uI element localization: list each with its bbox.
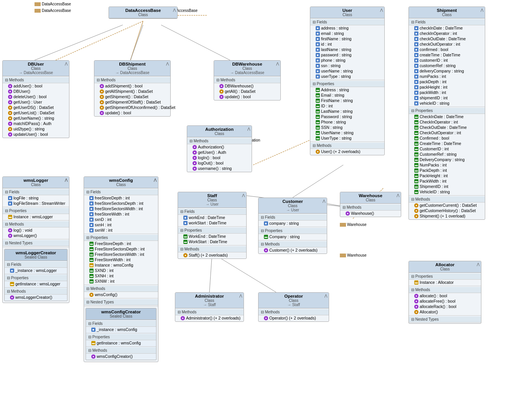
uml-item: ●wmsConfigCreator() (86, 354, 156, 359)
uml-item: ●updateUser() : bool (3, 132, 69, 137)
item-label: CheckOutDate : DateTime (420, 125, 467, 130)
nested-collapse-button[interactable]: ⋀ (154, 178, 156, 182)
uml-item: ●Warehouse() (340, 211, 401, 216)
section-title: ⊟ Properties (178, 227, 246, 234)
item-label: FreeStoreSectorsDepth : int (95, 247, 145, 251)
uml-section-methods: ⊟ Methods●allocate() : bool●allocateFree… (409, 286, 481, 316)
class-name: DBUser (5, 62, 67, 66)
item-label: getShipmentOfStaff() : DataSet (105, 100, 161, 104)
class-type: Class (97, 66, 168, 71)
collapse-button[interactable]: ⋀ (324, 294, 327, 298)
item-label: phone : string (321, 58, 346, 63)
item-label: FreeStoreDepth : int (95, 241, 131, 246)
section-title: ⊟ Properties (409, 273, 481, 280)
item-label: logIn() : bool (198, 155, 220, 160)
uml-item: ▬ShipmentID : int (409, 184, 485, 189)
uml-item: ●deleteUser() : bool (3, 94, 69, 99)
uml-item: ■checkInOperator : int (409, 31, 485, 36)
collapse-button[interactable]: ⋀ (481, 8, 483, 12)
class-header: AdministratorClass→ Staff⋀ (175, 293, 244, 308)
item-label: Instance : Allocator (420, 280, 454, 285)
collapse-button[interactable]: ⋀ (173, 8, 176, 12)
collapse-button[interactable]: ⋀ (166, 62, 169, 66)
uml-item: ●getCustomerHistory() : DataSet (409, 208, 485, 213)
item-label: getCustomerCurrent() : DataSet (420, 203, 477, 208)
section-title: ⊟ Nested Types (3, 240, 69, 246)
class-name: DBShipment (97, 62, 168, 66)
uml-item: ●getUser() : Auth (187, 150, 252, 155)
uml-section-properties: ⊟ Properties▬Address : string▬Email : st… (310, 80, 384, 142)
uml-item: ■sxnW : int (84, 227, 158, 233)
collapse-button[interactable]: ⋀ (239, 294, 242, 298)
uml-item: ▬CheckOutDate : DateTime (409, 125, 485, 130)
item-label: wmsConfig() (95, 292, 117, 297)
section-title: ⊟ Properties (86, 334, 156, 340)
uml-item: ▬Address : string (310, 87, 384, 92)
class-header: StaffClass→ User⋀ (178, 192, 246, 208)
item-label: log() : void (13, 228, 32, 232)
uml-section-methods: ⊟ Methods●DBWarehouse()●getAll() : DataS… (214, 76, 280, 100)
section-title: ⊟ Methods (340, 204, 401, 211)
uml-item: ●getShipment() : DataSet (94, 94, 170, 99)
uml-item: ●DBUser() (3, 89, 69, 94)
item-label: getAll() : DataSet (225, 89, 255, 94)
class-header: WarehouseClass⋀ (340, 192, 401, 204)
svg-line-11 (212, 253, 276, 292)
uml-item: ■freeStoreSectorsWidth : int (84, 206, 158, 211)
item-label: getInstance : wmsConfig (97, 341, 141, 345)
item-label: getUserList() : DataSet (13, 110, 54, 115)
class-type: Class (189, 132, 249, 136)
uml-item: ■deliveryCompany : string (409, 68, 485, 74)
uml-section-properties: ⊟ Properties▬CheckInDate : DateTime▬Chec… (409, 107, 485, 196)
item-label: PackDepth : int (420, 168, 447, 173)
item-label: allocateFree() : bool (420, 299, 455, 303)
warehouse-label-2: Warehouse (340, 253, 367, 257)
uml-item: ■phone : string (310, 58, 384, 63)
section-title: ⊟ Methods (409, 196, 485, 203)
collapse-button[interactable]: ⋀ (65, 62, 68, 66)
uml-item: ▬CheckOutOperator : int (409, 130, 485, 135)
class-box-staff: StaffClass→ User⋀⊟ Fields■workEnd : Date… (178, 192, 247, 259)
class-type: Class (411, 267, 479, 271)
item-label: update() : bool (225, 94, 251, 99)
uml-item: ■checkOutDate : DateTime (409, 36, 485, 41)
uml-item: ●DBWarehouse() (214, 83, 280, 89)
item-label: ssn : string (321, 63, 341, 68)
collapse-button[interactable]: ⋀ (276, 62, 279, 66)
nested-collapse-button[interactable]: ⋀ (65, 178, 68, 182)
collapse-button[interactable]: ⋀ (242, 193, 245, 197)
uml-section-methods: ⊟ Methods●wmsLoggerCreator() (5, 288, 67, 301)
uml-section-methods: ⊟ Methods●wmsConfigCreator() (86, 347, 156, 360)
class-header: wmsLoggerClass⋀ (3, 177, 69, 188)
svg-line-13 (293, 165, 343, 198)
uml-item: ●uid2type() : string (3, 126, 69, 132)
item-label: Company : string (269, 234, 300, 239)
uml-item: ■confirmed : bool (409, 47, 485, 52)
nested-class-header: wmsConfigCreatorSealed Class⋀ (86, 308, 156, 320)
item-label: update() : bool (105, 110, 131, 115)
item-label: packDepth : int (420, 79, 446, 84)
item-label: firstName : string (321, 36, 351, 41)
nested-class-type: Sealed Class (7, 255, 65, 259)
section-title: ⊟ Nested Types (409, 316, 481, 323)
collapse-button[interactable]: ⋀ (323, 199, 325, 203)
section-title: ⊟ Methods (3, 77, 69, 83)
uml-item: ▬FreeStoreWidth : int (84, 257, 158, 262)
item-label: DBWarehouse() (225, 84, 254, 88)
collapse-button[interactable]: ⋀ (380, 8, 383, 12)
item-label: getAllShipment() : DataSet (105, 89, 153, 94)
class-name: DBWarehouse (216, 62, 278, 66)
section-title: ⊟ Fields (178, 209, 246, 215)
section-title: ⊟ Methods (94, 77, 170, 83)
uml-section-properties: ⊟ Properties▬Company : string (259, 227, 327, 241)
collapse-button[interactable]: ⋀ (247, 127, 250, 131)
class-name: Allocator (411, 262, 479, 267)
item-label: SSN : string (321, 125, 343, 130)
uml-item: ■email : string (310, 31, 384, 36)
uml-item: ▬FreeStoreDepth : int (84, 241, 158, 246)
uml-item: ●wmsLogger() (3, 233, 69, 238)
collapse-button[interactable]: ⋀ (397, 193, 399, 197)
collapse-button[interactable]: ⋀ (477, 262, 479, 266)
class-parent: → Staff (261, 303, 326, 307)
item-label: Password : string (321, 114, 352, 119)
